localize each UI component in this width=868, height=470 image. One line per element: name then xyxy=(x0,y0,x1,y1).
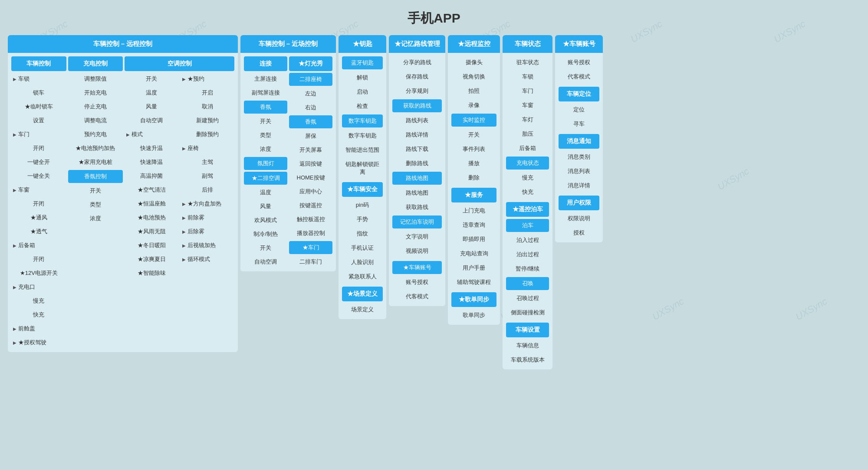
fast-charge: 快充 xyxy=(11,309,66,321)
arrow-icon15: ▶ xyxy=(182,257,186,262)
vehicle-ctrl-car-lock-group: ▶ 车锁 xyxy=(11,73,66,85)
arrow-icon6: ▶ xyxy=(13,326,16,331)
rear-seat-btn[interactable]: 二排座椅 xyxy=(289,73,332,86)
yuyue-del: 删除预约 xyxy=(181,128,235,140)
back-btn: 返回按键 xyxy=(289,158,332,170)
park-btn[interactable]: 泊车 xyxy=(506,219,549,232)
memory-park-btn[interactable]: 记忆泊车说明 xyxy=(392,215,442,228)
car-door-near-btn[interactable]: ★车门 xyxy=(289,241,332,254)
park-out-process: 泊出过程 xyxy=(506,248,549,261)
route-download: 路线下载 xyxy=(392,143,442,155)
route-map-btn[interactable]: 路线地图 xyxy=(392,172,442,185)
rear-door: 二排车门 xyxy=(289,256,332,268)
window-open-close: 开闭 xyxy=(11,198,66,210)
monitor-switch: 开关 xyxy=(451,129,496,141)
gesture: 手势 xyxy=(342,213,383,225)
key-check: 检查 xyxy=(342,100,383,112)
save-route: 保存路线 xyxy=(392,71,442,83)
key-unlock: 解锁 xyxy=(342,72,383,84)
high-temp-kill: 高温抑菌 xyxy=(125,170,179,182)
stop-charge: 停止充电 xyxy=(68,101,123,113)
account-auth: 账号授权 xyxy=(559,56,599,69)
plug-and-play: 即插即用 xyxy=(451,233,496,245)
yuyue-cancel: 取消 xyxy=(181,101,235,113)
charge-status-btn[interactable]: 充电状态 xyxy=(506,157,549,170)
phone-auth: 手机认证 xyxy=(342,242,383,254)
rear-ac-mode: 欢风模式 xyxy=(244,214,287,226)
fragrance-near-btn2[interactable]: 香氛 xyxy=(289,115,332,128)
arrow-icon4: ▶ xyxy=(13,243,16,248)
arrow-icon12: ▶ xyxy=(182,215,186,220)
car-door-status: 车门 xyxy=(506,85,549,97)
vehicle-account2-btn[interactable]: ★车辆账号 xyxy=(392,261,442,274)
front-hood-label: 前舱盖 xyxy=(18,325,35,333)
arrow-icon7: ▶ xyxy=(13,340,16,345)
summon-btn[interactable]: 召唤 xyxy=(506,277,549,290)
player-ctrl: 播放器控制 xyxy=(289,227,332,239)
lock-car-item: 锁车 xyxy=(11,87,66,99)
route-mgmt-title: ★记忆路线管理 xyxy=(389,35,445,53)
charge-port-label: 充电口 xyxy=(18,283,35,291)
mirror-heat-group: ▶ 后视镜加热 xyxy=(181,239,235,251)
seat-right: 右边 xyxy=(289,101,332,114)
key-remote: 按键遥控 xyxy=(289,199,332,212)
car-door-label: 车门 xyxy=(18,131,30,138)
realtime-monitor-btn[interactable]: 实时监控 xyxy=(451,114,496,127)
air-clean: ★空气清洁 xyxy=(125,184,179,196)
winter-warm: ★冬日暖阳 xyxy=(125,239,179,251)
cycle-mode-group: ▶ 循环模式 xyxy=(181,253,235,265)
perm-auth: 授权 xyxy=(559,227,599,239)
rear-aircon-btn[interactable]: ★二排空调 xyxy=(244,172,287,185)
get-route-item: 获取路线 xyxy=(392,201,442,213)
trunk-open-close: 开闭 xyxy=(11,253,66,265)
auth-drive-label: ★授权驾驶 xyxy=(18,339,46,346)
car-window-label: 车窗 xyxy=(18,186,30,194)
charge-ctrl-header: 充电控制 xyxy=(68,56,123,71)
mode-group: ▶ 模式 xyxy=(125,128,179,140)
mode-label: 模式 xyxy=(132,131,143,138)
view-switch: 视角切换 xyxy=(451,71,496,83)
start-charge: 开始充电 xyxy=(68,87,123,99)
aircon-ctrl-header: 空调控制 xyxy=(125,56,234,71)
text-desc: 文字说明 xyxy=(392,231,442,243)
front-defog-label: 前除雾 xyxy=(187,214,204,222)
vehicle-status-section: 车辆状态 驻车状态 车锁 车门 车窗 车灯 胎压 后备箱 充电状态 慢充 快充 … xyxy=(503,35,552,369)
ac-temp: 温度 xyxy=(125,87,179,99)
digital-key-item: 数字车钥匙 xyxy=(342,130,383,142)
vehicle-ctrl-col: 车辆控制 ▶ 车锁 锁车 ★临时锁车 设置 ▶ 车门 开闭 一键全开 一键全关 xyxy=(11,56,66,349)
wheel-heat-label: ★方向盘加热 xyxy=(187,200,221,208)
near-frag-switch: 开关 xyxy=(244,115,287,127)
rear-ac-wind: 风量 xyxy=(244,200,287,212)
one-key-close: 一键全关 xyxy=(11,170,66,182)
car-lock-status: 车锁 xyxy=(506,71,549,83)
near-control-section: 车辆控制 – 近场控制 连接 主屏连接 副驾屏连接 香氛 开关 类型 浓度 氛围… xyxy=(240,35,336,271)
lian-jie-col: 连接 主屏连接 副驾屏连接 香氛 开关 类型 浓度 氛围灯 ★二排空调 温度 风… xyxy=(244,56,287,268)
touchpad-remote: 触控板遥控 xyxy=(289,213,332,225)
keys-title: ★钥匙 xyxy=(339,35,386,53)
seat-rear: 后排 xyxy=(181,184,235,196)
smart-deodor: ★智能除味 xyxy=(125,267,179,279)
bluetooth-key-btn[interactable]: 蓝牙钥匙 xyxy=(342,56,383,69)
key-lock-range: 钥匙解锁锁距离 xyxy=(342,158,383,178)
scene-define-header: ★场景定义 xyxy=(342,287,383,301)
yuyue-open: 开启 xyxy=(181,87,235,99)
fragrance-near-btn[interactable]: 香氛 xyxy=(244,101,287,114)
station-query: 充电站查询 xyxy=(451,248,496,260)
trunk-status: 后备箱 xyxy=(506,142,549,154)
ac-wind: 风量 xyxy=(125,101,179,113)
app-center: 应用中心 xyxy=(289,186,332,198)
playback: 播放 xyxy=(451,157,496,170)
trunk-label: 后备箱 xyxy=(18,242,35,249)
seat-driver: 主驾 xyxy=(181,156,235,168)
front-hood-group: ▶ 前舱盖 xyxy=(11,323,66,335)
vehicle-locate-header: 车辆定位 xyxy=(559,87,599,101)
fragrance-ctrl-btn[interactable]: 香氛控制 xyxy=(68,170,123,183)
get-route-btn[interactable]: 获取的路线 xyxy=(392,99,442,112)
summer-cool: ★凉爽夏日 xyxy=(125,253,179,265)
ambient-light-btn[interactable]: 氛围灯 xyxy=(244,157,287,170)
near-frag-density: 浓度 xyxy=(244,143,287,155)
ac-auto: 自动空调 xyxy=(125,114,179,127)
tire-pressure: 胎压 xyxy=(506,128,549,140)
emergency-contact: 紧急联系人 xyxy=(342,271,383,283)
digital-key-btn[interactable]: 数字车钥匙 xyxy=(342,114,383,127)
